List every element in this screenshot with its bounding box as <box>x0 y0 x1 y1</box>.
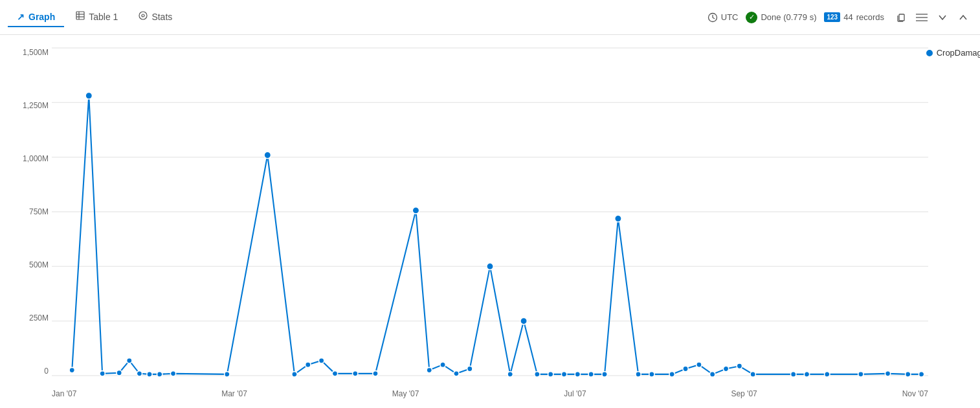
records-info: 123 44 records <box>824 12 884 22</box>
svg-point-63 <box>885 371 890 376</box>
svg-point-48 <box>602 372 607 377</box>
svg-point-35 <box>412 207 419 214</box>
stats-icon <box>139 11 148 22</box>
records-icon: 123 <box>824 12 840 22</box>
y-label-250: 250M <box>29 313 49 323</box>
x-label-may: May '07 <box>392 389 419 398</box>
y-label-1000: 1,000M <box>23 154 49 163</box>
graph-icon: ↗ <box>17 12 25 22</box>
svg-point-58 <box>750 372 755 377</box>
tab-bar: ↗ Graph Table 1 Stats <box>8 7 181 27</box>
svg-point-33 <box>353 371 358 376</box>
legend-label: CropDamage <box>937 48 980 58</box>
svg-point-53 <box>683 366 688 371</box>
svg-point-64 <box>906 372 911 377</box>
svg-point-62 <box>858 372 863 377</box>
svg-point-44 <box>548 372 553 377</box>
done-status: ✓ Done (0.779 s) <box>746 12 816 23</box>
y-label-1250: 1,250M <box>23 101 49 110</box>
svg-point-55 <box>710 372 715 377</box>
svg-point-51 <box>649 372 654 377</box>
svg-point-4 <box>139 12 147 19</box>
columns-button[interactable] <box>913 8 931 27</box>
svg-point-20 <box>100 371 105 376</box>
done-label: Done (0.779 s) <box>761 12 816 22</box>
tab-table1[interactable]: Table 1 <box>67 7 127 27</box>
svg-point-46 <box>575 372 580 377</box>
svg-point-23 <box>137 371 142 376</box>
svg-point-61 <box>825 372 830 377</box>
svg-point-47 <box>588 372 594 377</box>
tab-stats-label: Stats <box>151 12 172 22</box>
svg-point-19 <box>85 93 92 100</box>
svg-point-24 <box>147 372 152 377</box>
svg-point-26 <box>170 371 175 376</box>
x-label-mar: Mar '07 <box>221 389 247 398</box>
header-right: UTC ✓ Done (0.779 s) 123 44 records <box>707 8 972 27</box>
svg-point-56 <box>723 366 728 371</box>
records-count: 44 <box>843 12 852 22</box>
svg-point-36 <box>427 367 432 372</box>
svg-point-28 <box>264 152 271 159</box>
svg-rect-7 <box>899 14 904 21</box>
svg-point-59 <box>791 372 796 377</box>
svg-point-52 <box>669 372 674 377</box>
svg-point-27 <box>225 372 230 377</box>
svg-point-43 <box>535 372 540 377</box>
x-label-sep: Sep '07 <box>731 389 757 398</box>
svg-point-30 <box>306 362 311 367</box>
legend-dot <box>926 50 933 56</box>
utc-label: UTC <box>721 12 739 22</box>
svg-point-29 <box>292 372 297 377</box>
y-label-0: 0 <box>44 367 49 376</box>
svg-point-57 <box>737 363 742 368</box>
svg-point-18 <box>69 367 74 372</box>
x-label-nov: Nov '07 <box>902 389 928 398</box>
svg-point-49 <box>615 215 621 222</box>
collapse-button[interactable] <box>954 8 972 27</box>
svg-point-38 <box>454 371 459 376</box>
chart-area: 1,500M 1,250M 1,000M 750M 500M 250M 0 <box>52 48 928 376</box>
svg-point-65 <box>919 372 924 377</box>
svg-point-45 <box>561 372 566 377</box>
svg-point-25 <box>157 372 162 377</box>
svg-rect-0 <box>76 12 84 19</box>
y-label-500: 500M <box>29 260 49 269</box>
svg-point-32 <box>332 371 337 376</box>
svg-point-21 <box>117 370 122 376</box>
svg-point-40 <box>487 263 493 270</box>
tab-stats[interactable]: Stats <box>129 7 181 27</box>
svg-point-5 <box>142 14 144 17</box>
svg-point-31 <box>318 358 324 363</box>
chevron-down-button[interactable] <box>933 8 952 27</box>
svg-point-41 <box>507 372 513 377</box>
records-label: records <box>856 12 884 22</box>
chart-container: 1,500M 1,250M 1,000M 750M 500M 250M 0 <box>0 35 980 408</box>
header: ↗ Graph Table 1 Stats <box>0 0 980 35</box>
tab-graph-label: Graph <box>28 12 55 22</box>
utc-status: UTC <box>707 12 739 23</box>
x-label-jan: Jan '07 <box>52 389 76 398</box>
svg-point-54 <box>696 362 702 367</box>
y-label-750: 750M <box>29 207 49 216</box>
done-icon: ✓ <box>746 12 757 23</box>
x-axis: Jan '07 Mar '07 May '07 Jul '07 Sep '07 … <box>52 389 928 398</box>
svg-point-34 <box>373 371 378 376</box>
copy-button[interactable] <box>892 8 910 27</box>
svg-point-37 <box>440 362 445 367</box>
svg-point-60 <box>804 372 809 377</box>
clock-icon <box>707 12 718 23</box>
y-axis: 1,500M 1,250M 1,000M 750M 500M 250M 0 <box>6 48 49 376</box>
toolbar-icons <box>892 8 972 27</box>
y-label-1500: 1,500M <box>23 48 49 57</box>
table-icon <box>76 11 85 22</box>
tab-graph[interactable]: ↗ Graph <box>8 8 64 27</box>
tab-table1-label: Table 1 <box>89 12 118 22</box>
chart-legend: CropDamage <box>926 48 980 58</box>
svg-point-22 <box>127 358 132 363</box>
svg-point-50 <box>636 372 641 377</box>
svg-point-42 <box>520 317 527 324</box>
x-label-jul: Jul '07 <box>564 389 586 398</box>
svg-point-39 <box>467 366 473 371</box>
chart-svg <box>52 48 928 376</box>
